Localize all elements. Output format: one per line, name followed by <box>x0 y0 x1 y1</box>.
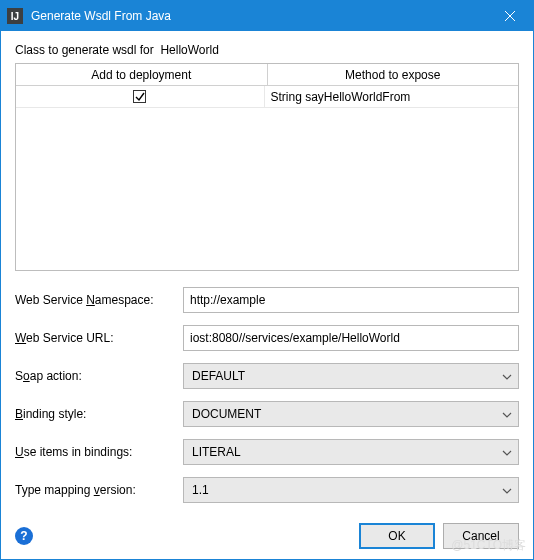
close-icon <box>505 11 515 21</box>
soap-action-select[interactable]: DEFAULT <box>183 363 519 389</box>
footer: ? OK Cancel <box>15 517 519 549</box>
type-mapping-value: 1.1 <box>192 483 209 497</box>
window-title: Generate Wsdl From Java <box>31 9 487 23</box>
methods-table: Add to deployment Method to expose Strin… <box>15 63 519 271</box>
cell-checkbox[interactable] <box>16 86 265 107</box>
chevron-down-icon <box>502 445 512 459</box>
soap-action-value: DEFAULT <box>192 369 245 383</box>
use-items-select[interactable]: LITERAL <box>183 439 519 465</box>
app-icon: IJ <box>7 8 23 24</box>
add-to-deployment-checkbox[interactable] <box>133 90 146 103</box>
url-input[interactable] <box>183 325 519 351</box>
chevron-down-icon <box>502 407 512 421</box>
checkmark-icon <box>134 91 145 102</box>
namespace-input[interactable] <box>183 287 519 313</box>
dialog-content: Class to generate wsdl for HelloWorld Ad… <box>1 31 533 559</box>
cancel-button[interactable]: Cancel <box>443 523 519 549</box>
useitems-label: Use items in bindings: <box>15 445 175 459</box>
chevron-down-icon <box>502 369 512 383</box>
table-header-row: Add to deployment Method to expose <box>16 64 518 86</box>
titlebar: IJ Generate Wsdl From Java <box>1 1 533 31</box>
heading: Class to generate wsdl for HelloWorld <box>15 43 519 57</box>
table-row[interactable]: String sayHelloWorldFrom <box>16 86 518 108</box>
heading-class: HelloWorld <box>160 43 218 57</box>
binding-style-value: DOCUMENT <box>192 407 261 421</box>
url-label: Web Service URL: <box>15 331 175 345</box>
cell-method[interactable]: String sayHelloWorldFrom <box>265 86 519 107</box>
help-button[interactable]: ? <box>15 527 33 545</box>
help-icon: ? <box>20 529 27 543</box>
heading-prefix: Class to generate wsdl for <box>15 43 154 57</box>
col-method-to-expose[interactable]: Method to expose <box>268 64 519 85</box>
soap-label: Soap action: <box>15 369 175 383</box>
use-items-value: LITERAL <box>192 445 241 459</box>
chevron-down-icon <box>502 483 512 497</box>
close-button[interactable] <box>487 1 533 31</box>
namespace-label: Web Service Namespace: <box>15 293 175 307</box>
form-grid: Web Service Namespace: Web Service URL: … <box>15 287 519 503</box>
col-add-to-deployment[interactable]: Add to deployment <box>16 64 268 85</box>
ok-button[interactable]: OK <box>359 523 435 549</box>
typemap-label: Type mapping version: <box>15 483 175 497</box>
binding-style-select[interactable]: DOCUMENT <box>183 401 519 427</box>
binding-label: Binding style: <box>15 407 175 421</box>
type-mapping-select[interactable]: 1.1 <box>183 477 519 503</box>
